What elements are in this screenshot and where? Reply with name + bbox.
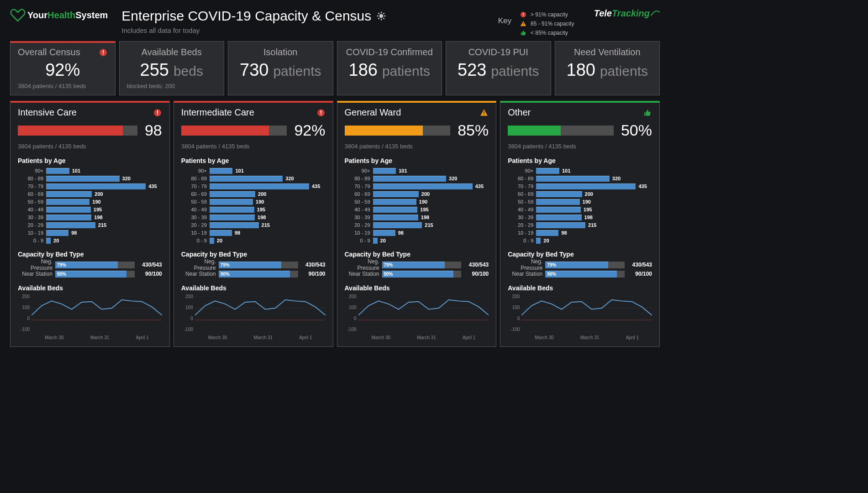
age-bar-wrap: 195 [536,207,652,213]
age-bar [46,176,120,182]
age-row: 20 - 29215 [181,221,326,229]
age-label: 90+ [181,168,210,173]
bedtype-bar-wrap: 79% [55,262,135,268]
avail-title: Available Beds [345,284,489,292]
x-tick: March 31 [580,335,600,340]
bedtype-chart: Neg. Pressure79%430/543Near Station90%90… [181,261,326,278]
age-bar-wrap: 101 [373,168,489,174]
svg-rect-42 [484,114,484,115]
svg-point-11 [377,16,379,17]
age-row: 80 - 89320 [345,175,489,182]
age-row: 90+101 [345,167,489,174]
age-row: 0 - 920 [508,237,652,244]
svg-point-13 [378,13,379,14]
age-label: 10 - 19 [345,230,373,236]
age-row: 40 - 49195 [18,206,162,213]
age-label: 80 - 89 [18,176,46,181]
age-value: 195 [257,207,265,212]
brand-logo-left: YourHealthSystem [10,8,108,22]
age-bar [373,168,396,174]
panel-sub: 3804 patients / 4135 beds [18,143,162,150]
bedtype-label: Near Station [508,271,545,277]
age-row: 90+101 [181,167,326,174]
age-label: 60 - 69 [508,191,536,197]
age-bar-wrap: 320 [536,176,652,182]
age-value: 98 [398,230,404,236]
avail-title: Available Beds [508,284,652,292]
age-label: 90+ [345,168,373,173]
alert-circle-icon [520,11,527,18]
age-row: 10 - 1998 [18,229,162,236]
alert-circle-icon [99,48,108,57]
age-bar [536,207,581,213]
age-bar [210,176,283,182]
bedtype-row: Neg. Pressure79%430/543 [508,261,652,269]
age-row: 10 - 1998 [181,229,326,236]
y-tick: 100 [18,305,30,310]
panel-title: Intensive Care [18,107,77,118]
bedtype-label: Neg. Pressure [345,258,382,271]
age-label: 10 - 19 [18,230,46,236]
age-label: 20 - 29 [345,222,373,228]
age-label: 90+ [508,168,536,173]
svg-point-16 [384,13,385,14]
panels-row: Intensive Care 98 3804 patients / 4135 b… [0,99,670,352]
age-bar-wrap: 20 [210,238,326,244]
age-bar [373,184,473,189]
age-bar-wrap: 98 [373,230,489,236]
svg-rect-21 [523,25,523,25]
bedtype-row: Neg. Pressure79%430/543 [181,261,326,269]
care-panel: Intensive Care 98 3804 patients / 4135 b… [10,101,170,347]
bedtype-title: Capacity by Bed Type [345,251,489,258]
age-value: 98 [561,230,567,236]
bedtype-bar-wrap: 90% [219,271,298,278]
metric-title: COVID-19 PUI [453,47,543,58]
bedtype-value: 90/100 [461,271,489,277]
age-row: 70 - 79435 [18,183,162,190]
capacity-pct: 85% [458,121,489,139]
age-bar-wrap: 190 [46,199,162,205]
age-value: 101 [72,168,80,173]
metric-title: COVID-19 Confirmed [345,47,435,58]
age-value: 101 [399,168,407,173]
brand-text: Health [47,10,75,20]
bedtype-chart: Neg. Pressure79%430/543Near Station90%90… [508,261,652,278]
age-row: 40 - 49195 [181,206,326,213]
bedtype-label: Neg. Pressure [181,258,219,271]
age-bar [210,207,254,213]
metric-value: 255 [140,60,169,80]
age-bar [210,222,259,228]
svg-point-0 [379,14,383,18]
age-row: 50 - 59190 [345,198,489,205]
alert-triangle-icon [520,20,527,27]
age-label: 10 - 19 [181,230,210,236]
capacity-bar [18,126,137,136]
care-panel: Other 50% 3804 patients / 4135 beds Pati… [500,101,660,347]
metric-overall-census: Overall Census 92% 3804 patients / 4135 … [10,41,116,95]
age-chart: 90+10180 - 8932070 - 7943560 - 6920050 -… [18,167,162,244]
bedtype-value: 90/100 [625,271,652,277]
age-value: 200 [421,191,430,197]
svg-rect-41 [484,111,484,113]
bedtype-title: Capacity by Bed Type [181,251,326,258]
age-label: 0 - 9 [181,238,210,243]
age-row: 60 - 69200 [345,190,489,198]
metric-sub: 3804 patients / 4135 beds [18,83,108,89]
bedtype-bar-wrap: 79% [545,262,625,268]
age-bar-wrap: 435 [210,184,326,189]
bedtype-pct: 90% [221,271,230,278]
age-value: 435 [638,184,647,189]
y-tick: 0 [181,316,193,321]
avail-title: Available Beds [18,284,162,292]
age-label: 70 - 79 [345,184,373,189]
age-label: 30 - 39 [18,215,46,220]
bedtype-row: Neg. Pressure79%430/543 [18,261,162,269]
bedtype-value: 90/100 [298,271,326,277]
alert-circle-icon [316,108,326,117]
age-bar-wrap: 98 [210,230,326,236]
age-row: 80 - 89320 [508,175,652,182]
panel-title: Other [508,107,531,118]
age-bar-wrap: 215 [210,222,326,228]
age-row: 70 - 79435 [181,183,326,190]
age-row: 40 - 49195 [508,206,652,213]
